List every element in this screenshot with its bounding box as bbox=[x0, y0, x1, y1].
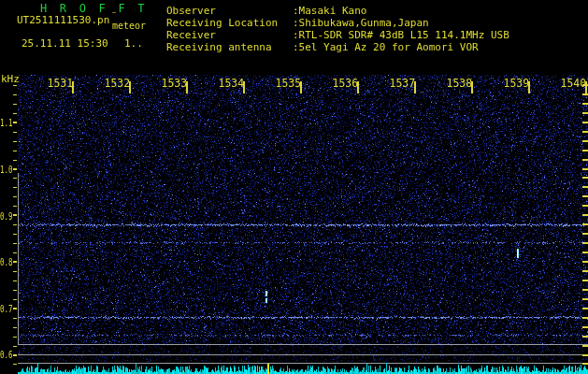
x-tick-label-1533: 1533 bbox=[161, 78, 188, 89]
frame-datetime: 25.11.11 15:30 bbox=[22, 38, 108, 49]
y-tick-label-1-1: 1.1 bbox=[0, 118, 13, 128]
y-tick-label-0-7: 0.7 bbox=[0, 304, 13, 314]
field-label-observer: Observer bbox=[166, 6, 216, 16]
field-value-receiver: :RTL-SDR SDR# 43dB L15 114.1MHz USB bbox=[293, 30, 509, 40]
x-tick-label-1531: 1531 bbox=[47, 78, 74, 89]
x-tick-label-1535: 1535 bbox=[275, 78, 302, 89]
y-tick-label-0-6: 0.6 bbox=[0, 350, 13, 360]
field-value-receiving-location: :Shibukawa,Gunma,Japan bbox=[293, 18, 429, 28]
field-value-observer: :Masaki Kano bbox=[293, 6, 366, 16]
frame-filename: UT2511111530.pn bbox=[17, 15, 109, 25]
x-tick-label-1534: 1534 bbox=[218, 78, 245, 89]
spectrogram-canvas bbox=[0, 0, 588, 374]
field-value-receiving-antenna: :5el Yagi Az 20 for Aomori VOR bbox=[293, 42, 479, 52]
y-tick-label-0-9: 0.9 bbox=[0, 211, 13, 222]
field-label-receiver: Receiver bbox=[166, 30, 216, 40]
app-title: H R O F F T bbox=[40, 3, 148, 14]
mode-label: meteor bbox=[112, 22, 146, 31]
y-tick-label-1-0: 1.0 bbox=[0, 165, 13, 175]
hrofft-output-screen: H R O F F T UT2511111530.pn ¨ meteor 25.… bbox=[0, 0, 588, 374]
x-tick-label-1536: 1536 bbox=[332, 78, 359, 89]
y-axis-unit-label: kHz bbox=[1, 74, 20, 84]
echo-counter: 1.. bbox=[124, 38, 143, 49]
y-tick-label-0-8: 0.8 bbox=[0, 257, 13, 267]
x-tick-label-1540: 1540 bbox=[560, 78, 587, 89]
field-label-receiving-location: Receiving Location bbox=[166, 18, 278, 28]
x-tick-label-1539: 1539 bbox=[503, 78, 530, 89]
x-tick-label-1532: 1532 bbox=[104, 78, 131, 89]
field-label-receiving-antenna: Receiving antenna bbox=[166, 42, 272, 52]
x-tick-label-1537: 1537 bbox=[389, 78, 416, 89]
x-tick-label-1538: 1538 bbox=[446, 78, 473, 89]
